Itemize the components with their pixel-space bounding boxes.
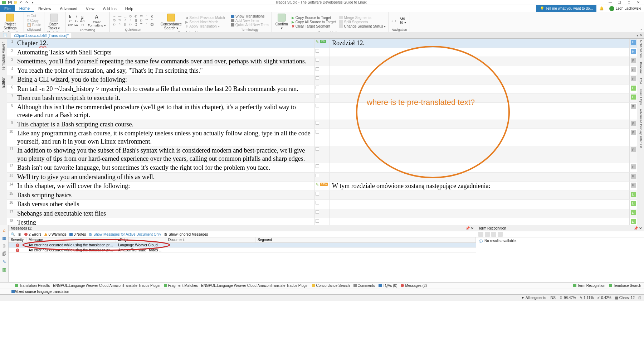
status-cell[interactable] bbox=[315, 200, 330, 209]
close-button[interactable]: ✕ bbox=[635, 0, 642, 5]
target-cell[interactable] bbox=[330, 57, 630, 66]
source-cell[interactable]: We'll try to give you an understanding o… bbox=[15, 173, 315, 182]
source-cell[interactable]: Being a CLI wizard, you do the following… bbox=[15, 75, 315, 84]
tab-editor[interactable]: Editor bbox=[1, 77, 5, 88]
apply-translation[interactable]: ⇩ Apply Translation ▾ bbox=[185, 24, 226, 28]
nav-editor-icon[interactable]: ✎ bbox=[1, 259, 7, 265]
target-cell[interactable] bbox=[330, 218, 630, 225]
user-badge[interactable]: Lech Lachowski bbox=[606, 5, 644, 12]
segment-row[interactable]: 18TestingLI bbox=[7, 218, 637, 225]
target-cell[interactable] bbox=[330, 191, 630, 200]
doc-pin-icon[interactable]: ▾ bbox=[636, 33, 638, 37]
ql-open[interactable]: 📁 bbox=[13, 0, 18, 5]
show-translations[interactable]: Show Translations bbox=[230, 14, 269, 18]
tab-addins[interactable]: Add-Ins bbox=[99, 5, 121, 12]
target-cell[interactable] bbox=[330, 163, 630, 172]
refresh-messages[interactable]: 🔍 bbox=[11, 232, 15, 236]
show-ignored[interactable]: 🗎 Show Ignored Messages bbox=[164, 232, 208, 236]
status-cell[interactable] bbox=[315, 129, 330, 146]
split-segments[interactable]: Split Segments bbox=[338, 20, 387, 24]
segment-row[interactable]: 16Bash versus other shellsLI bbox=[7, 200, 637, 209]
status-cell[interactable] bbox=[315, 163, 330, 172]
change-segment-status[interactable]: Change Segment Status ▾ bbox=[338, 24, 387, 28]
status-filter[interactable]: ▼ All segments bbox=[521, 296, 546, 300]
notifications-icon[interactable]: 🔔 bbox=[596, 5, 606, 12]
tr-tb3[interactable] bbox=[491, 232, 496, 237]
tab-help[interactable]: Help bbox=[121, 5, 138, 12]
source-cell[interactable]: Run tail -n 20 ~/.bash_history > myscrip… bbox=[15, 85, 315, 93]
nav-home-icon[interactable]: ⌂ bbox=[1, 227, 7, 233]
segment-row[interactable]: 15Bash scripting basicsLI bbox=[7, 191, 637, 200]
source-cell[interactable]: Like any programming crash course, it is… bbox=[15, 129, 315, 146]
target-cell[interactable]: Rozdział 12. bbox=[330, 39, 630, 48]
tab-tips[interactable]: Useful Tips bbox=[639, 89, 643, 105]
clear-formatting-button[interactable]: ＡClear Formatting ▾ bbox=[86, 13, 107, 28]
source-cell[interactable]: In addition to showing you the subset of… bbox=[15, 146, 315, 163]
target-cell[interactable] bbox=[330, 146, 630, 163]
tab-display-filter[interactable]: Advanced Display Filter 2.0 bbox=[639, 109, 643, 148]
status-cell[interactable]: ✎CM bbox=[315, 39, 330, 48]
copy-all-source-target[interactable]: ▶Copy All Source to Target bbox=[291, 20, 337, 24]
segment-row[interactable]: 10Like any programming crash course, it … bbox=[7, 129, 637, 146]
restore-button[interactable]: ❐ bbox=[616, 0, 623, 5]
status-cell[interactable] bbox=[315, 66, 330, 75]
target-cell[interactable] bbox=[330, 66, 630, 75]
segment-row[interactable]: 9This chapter is a Bash scripting crash … bbox=[7, 120, 637, 129]
status-cell[interactable] bbox=[315, 209, 330, 218]
source-cell[interactable]: This chapter is a Bash scripting crash c… bbox=[15, 120, 315, 129]
target-cell[interactable] bbox=[330, 200, 630, 209]
quick-add-term[interactable]: Quick Add New Term bbox=[230, 23, 269, 27]
select-prev-match[interactable]: ◀ Select Previous Match bbox=[185, 16, 226, 20]
tab-home[interactable]: Home bbox=[15, 5, 34, 12]
source-cell[interactable]: Then run bash myscript.sh to execute it. bbox=[15, 93, 315, 102]
segment-row[interactable]: 5Being a CLI wizard, you do the followin… bbox=[7, 75, 637, 85]
status-cell[interactable] bbox=[315, 75, 330, 84]
warnings-chip[interactable]: 0 Warnings bbox=[44, 232, 67, 236]
segment-row[interactable]: 2Automating Tasks with Shell ScriptsH bbox=[7, 48, 637, 57]
segment-row[interactable]: 8Although this isn't the recommended pro… bbox=[7, 103, 637, 120]
tr-tb4[interactable] bbox=[498, 232, 503, 237]
show-active-doc[interactable]: 🗎 Show Messages for Active Document Only bbox=[89, 232, 161, 236]
message-row[interactable]: !An error has occurred while using the t… bbox=[9, 248, 476, 253]
status-cell[interactable] bbox=[315, 120, 330, 129]
copy-button[interactable]: ⧉ Copy bbox=[26, 18, 42, 23]
status-cell[interactable] bbox=[315, 218, 330, 225]
source-cell[interactable]: Automating Tasks with Shell Scripts bbox=[15, 48, 315, 57]
tab-tqa[interactable]: TQA bbox=[639, 78, 643, 85]
ql-save[interactable]: 💾 bbox=[7, 0, 12, 5]
select-next-match[interactable]: ▶ Select Next Match bbox=[185, 20, 226, 24]
source-cell[interactable]: Bash scripting basics bbox=[15, 191, 315, 200]
status-cell[interactable] bbox=[315, 191, 330, 200]
nav-tm-icon[interactable]: ▥ bbox=[1, 267, 7, 273]
formatting-controls[interactable]: biu x²x₂Aa ᴜᴘᴘʟᴡTt bbox=[68, 15, 85, 26]
btab-comments[interactable]: Comments bbox=[353, 284, 375, 288]
segment-row[interactable]: 17Shebangs and executable text filesLI bbox=[7, 209, 637, 218]
cut-button[interactable]: ✂ Cut bbox=[26, 14, 42, 18]
add-new-term[interactable]: Add New Term bbox=[230, 19, 269, 23]
errors-chip[interactable]: 2 Errors bbox=[24, 232, 42, 236]
doc-icons[interactable]: 📄 bbox=[3, 33, 7, 37]
target-cell[interactable] bbox=[330, 103, 630, 120]
tab-file[interactable]: File bbox=[0, 5, 15, 12]
target-cell[interactable] bbox=[330, 209, 630, 218]
segment-row[interactable]: 1Chapter 12.✎CMRozdział 12.H bbox=[7, 39, 637, 48]
source-cell[interactable]: Chapter 12. bbox=[15, 39, 315, 48]
copy-source-target[interactable]: ▶Copy Source to Target bbox=[291, 16, 337, 20]
target-cell[interactable] bbox=[330, 85, 630, 93]
segment-row[interactable]: 7Then run bash myscript.sh to execute it… bbox=[7, 93, 637, 103]
confirm-button[interactable]: Confirm ▾ bbox=[274, 13, 289, 31]
concordance-button[interactable]: Concordance Search ▾ bbox=[159, 13, 183, 31]
merge-segments[interactable]: Merge Segments bbox=[338, 16, 387, 20]
target-cell[interactable] bbox=[330, 48, 630, 57]
btab-termbase[interactable]: Termbase Search bbox=[609, 284, 641, 288]
target-cell[interactable] bbox=[330, 129, 630, 146]
btab-results[interactable]: Translation Results - ENGPOL.Language We… bbox=[15, 284, 160, 288]
tab-preview[interactable]: Preview bbox=[639, 62, 643, 73]
tellme-search[interactable]: 💡 Tell me what you want to do... bbox=[536, 5, 596, 12]
nav-reports-icon[interactable]: 🗐 bbox=[1, 251, 7, 257]
target-cell[interactable] bbox=[330, 93, 630, 102]
target-cell[interactable]: W tym rozdziale omówione zostaną następu… bbox=[330, 182, 630, 191]
nav-up-icon[interactable]: ↓↑ bbox=[391, 18, 396, 23]
btab-messages[interactable]: Messages (2) bbox=[401, 284, 427, 288]
source-cell[interactable]: Bash isn't our favorite language, but so… bbox=[15, 163, 315, 172]
